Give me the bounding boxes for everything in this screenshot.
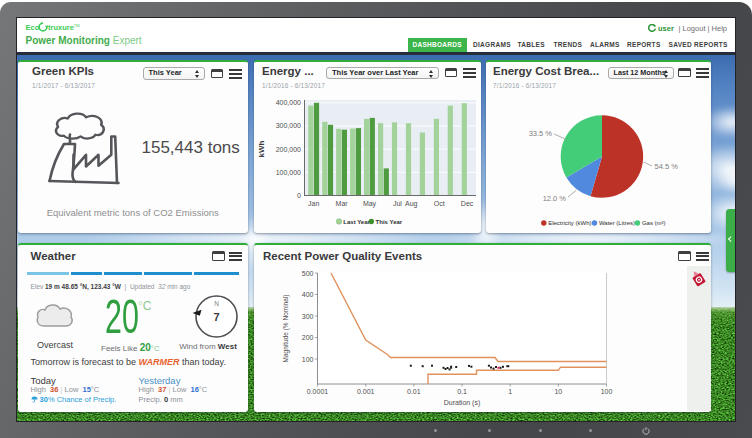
svg-text:Water (Litres): Water (Litres)	[599, 220, 635, 226]
svg-text:1: 1	[508, 388, 512, 395]
svg-text:100: 100	[302, 355, 314, 362]
svg-text:10: 10	[554, 388, 562, 395]
svg-text:100: 100	[601, 388, 613, 395]
svg-text:This Year: This Year	[376, 218, 403, 224]
svg-text:Jul: Jul	[393, 199, 402, 206]
svg-text:0.1: 0.1	[457, 388, 467, 395]
svg-text:400: 400	[302, 291, 314, 298]
svg-text:200: 200	[302, 334, 314, 341]
svg-text:0: 0	[297, 192, 301, 199]
svg-text:Oct: Oct	[434, 199, 445, 206]
svg-text:200,000: 200,000	[276, 145, 301, 152]
svg-text:May: May	[363, 199, 377, 207]
svg-text:12.0 %: 12.0 %	[543, 193, 567, 202]
svg-text:100,000: 100,000	[276, 168, 301, 175]
svg-text:Last Year: Last Year	[343, 218, 370, 224]
svg-text:0.01: 0.01	[407, 388, 421, 395]
svg-text:Aug: Aug	[405, 199, 418, 207]
svg-text:Gas (m³): Gas (m³)	[642, 220, 666, 226]
svg-text:500: 500	[302, 269, 314, 276]
svg-text:Jan: Jan	[308, 199, 319, 206]
svg-text:33.5 %: 33.5 %	[529, 128, 553, 137]
svg-text:400,000: 400,000	[276, 99, 301, 106]
svg-text:Dec: Dec	[461, 199, 474, 206]
svg-text:0.0001: 0.0001	[307, 388, 329, 395]
svg-text:Duration (s): Duration (s)	[444, 399, 481, 407]
svg-text:300,000: 300,000	[276, 122, 301, 129]
svg-text:Magnitude (% Nominal): Magnitude (% Nominal)	[282, 294, 290, 362]
svg-text:0.001: 0.001	[357, 388, 375, 395]
svg-text:7: 7	[213, 310, 219, 322]
svg-text:kWh: kWh	[257, 140, 266, 157]
svg-text:N: N	[214, 300, 219, 307]
svg-text:Electricity (kWh): Electricity (kWh)	[548, 220, 591, 226]
svg-text:54.5 %: 54.5 %	[655, 161, 679, 170]
svg-text:300: 300	[302, 312, 314, 319]
svg-text:Mar: Mar	[336, 199, 349, 206]
